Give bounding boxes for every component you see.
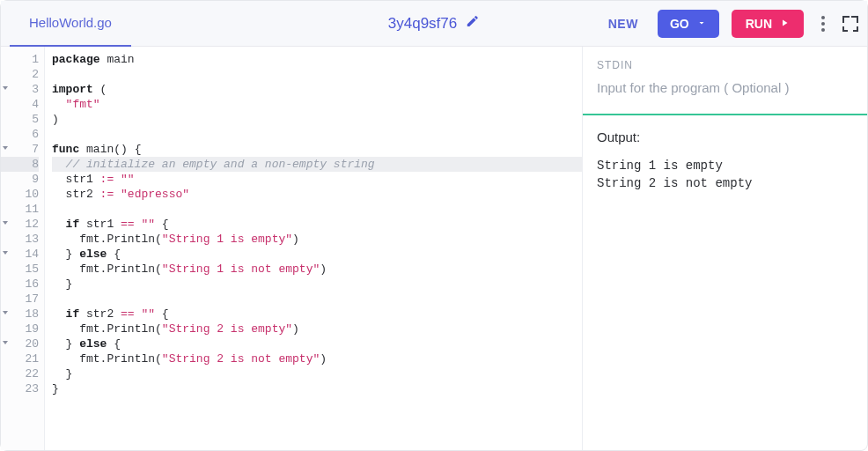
- code-line[interactable]: str1 := "": [52, 172, 582, 187]
- new-button-label: NEW: [608, 17, 638, 31]
- code-line[interactable]: import (: [52, 82, 582, 97]
- topbar: HelloWorld.go 3y4q9sf76 NEW GO RUN: [1, 1, 867, 47]
- editor-pane: 1234567891011121314151617181920212223 pa…: [1, 47, 582, 450]
- gutter-line: 1: [1, 52, 39, 67]
- language-dropdown[interactable]: GO: [658, 10, 719, 38]
- output-section: Output: String 1 is empty String 2 is no…: [583, 115, 867, 206]
- gutter-line: 14: [1, 247, 39, 262]
- gutter-line: 9: [1, 172, 39, 187]
- edit-icon[interactable]: [466, 14, 480, 33]
- gutter-line: 4: [1, 97, 39, 112]
- gutter-line: 6: [1, 127, 39, 142]
- gutter-line: 17: [1, 292, 39, 307]
- session-id-block: 3y4q9sf76: [388, 14, 480, 33]
- code-line[interactable]: str2 := "edpresso": [52, 187, 582, 202]
- gutter-line: 18: [1, 307, 39, 322]
- io-pane: STDIN Output: String 1 is empty String 2…: [582, 47, 867, 450]
- code-line[interactable]: if str1 == "" {: [52, 217, 582, 232]
- more-menu-icon[interactable]: [816, 11, 830, 37]
- stdin-section: STDIN: [583, 47, 867, 115]
- code-line[interactable]: // initialize an empty and a non-empty s…: [52, 157, 582, 172]
- session-id: 3y4q9sf76: [388, 15, 457, 33]
- gutter-line: 8: [1, 157, 39, 172]
- gutter-line: 19: [1, 322, 39, 336]
- gutter-line: 13: [1, 232, 39, 247]
- gutter-line: 20: [1, 336, 39, 351]
- code-editor[interactable]: package main import ( "fmt") func main()…: [45, 47, 582, 450]
- gutter-line: 2: [1, 67, 39, 82]
- code-line[interactable]: [52, 202, 582, 217]
- toolbar-right: NEW GO RUN: [601, 10, 858, 38]
- ide-window: HelloWorld.go 3y4q9sf76 NEW GO RUN: [0, 0, 868, 451]
- run-button[interactable]: RUN: [732, 10, 804, 38]
- code-line[interactable]: ): [52, 112, 582, 127]
- stdin-label: STDIN: [597, 59, 853, 71]
- code-line[interactable]: }: [52, 366, 582, 381]
- gutter-line: 3: [1, 82, 39, 97]
- code-line[interactable]: } else {: [52, 247, 582, 262]
- gutter-line: 16: [1, 277, 39, 292]
- code-line[interactable]: fmt.Println("String 1 is not empty"): [52, 262, 582, 277]
- line-gutter: 1234567891011121314151617181920212223: [1, 47, 45, 450]
- fullscreen-icon[interactable]: [842, 16, 858, 32]
- gutter-line: 22: [1, 366, 39, 381]
- main-area: 1234567891011121314151617181920212223 pa…: [1, 47, 867, 450]
- play-icon: [779, 17, 790, 31]
- code-line[interactable]: fmt.Println("String 2 is empty"): [52, 322, 582, 336]
- gutter-line: 5: [1, 112, 39, 127]
- code-line[interactable]: [52, 292, 582, 307]
- file-tab[interactable]: HelloWorld.go: [10, 1, 131, 47]
- code-line[interactable]: package main: [52, 52, 582, 67]
- code-line[interactable]: [52, 127, 582, 142]
- code-line[interactable]: fmt.Println("String 2 is not empty"): [52, 351, 582, 366]
- run-button-label: RUN: [746, 17, 772, 31]
- output-label: Output:: [597, 129, 853, 144]
- language-label: GO: [670, 17, 689, 31]
- gutter-line: 10: [1, 187, 39, 202]
- code-line[interactable]: if str2 == "" {: [52, 307, 582, 322]
- gutter-line: 21: [1, 351, 39, 366]
- new-button[interactable]: NEW: [601, 11, 645, 36]
- code-line[interactable]: fmt.Println("String 1 is empty"): [52, 232, 582, 247]
- gutter-line: 23: [1, 381, 39, 396]
- code-line[interactable]: }: [52, 277, 582, 292]
- code-line[interactable]: func main() {: [52, 142, 582, 157]
- gutter-line: 11: [1, 202, 39, 217]
- code-line[interactable]: } else {: [52, 336, 582, 351]
- stdin-input[interactable]: [597, 80, 853, 95]
- output-text: String 1 is empty String 2 is not empty: [597, 157, 853, 192]
- chevron-down-icon: [696, 17, 707, 31]
- file-tab-label: HelloWorld.go: [29, 15, 112, 30]
- code-line[interactable]: [52, 67, 582, 82]
- gutter-line: 15: [1, 262, 39, 277]
- code-line[interactable]: "fmt": [52, 97, 582, 112]
- gutter-line: 12: [1, 217, 39, 232]
- gutter-line: 7: [1, 142, 39, 157]
- code-line[interactable]: }: [52, 381, 582, 396]
